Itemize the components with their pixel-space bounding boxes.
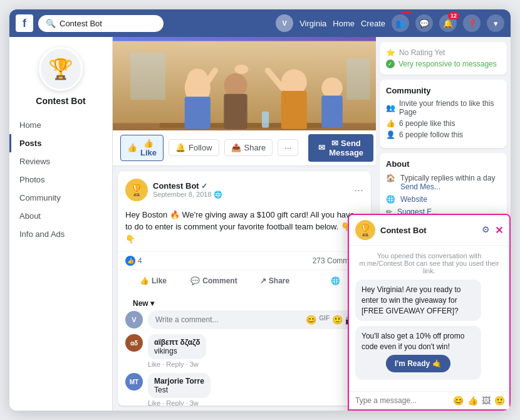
post-share-action[interactable]: ↗ Share	[244, 273, 305, 289]
search-icon: 🔍	[46, 19, 56, 28]
home-icon: 🏠	[386, 174, 395, 182]
share-icon: 📤	[231, 143, 241, 152]
comment-text: vikings	[154, 347, 200, 355]
comment-bubble: αϊβεπτ δζαζδ vikings	[148, 334, 206, 359]
user-avatar[interactable]: V	[276, 14, 293, 32]
send-msg-link[interactable]: Send Mes...	[400, 182, 440, 191]
comment-item: αδ αϊβεπτ δζαζδ vikings Like · Reply · 3…	[125, 334, 363, 368]
help-icon-button[interactable]: ❓	[463, 14, 481, 32]
about-website-item[interactable]: 🌐 Website	[386, 195, 501, 204]
chat-system-message: You opened this conversation with m.me/C…	[376, 252, 503, 275]
community-followers-item: 👤 6 people follow this	[386, 130, 501, 139]
post-text: Hey Boston 🔥 We're giving away a $100 gi…	[118, 206, 371, 252]
notifications-icon-button[interactable]: 🔔12	[439, 14, 457, 32]
more-actions-button[interactable]: ···	[278, 139, 298, 156]
sidebar-item-info-ads[interactable]: Info and Ads	[9, 225, 112, 243]
comment-action-icon: 💬	[190, 276, 200, 285]
sidebar-item-about[interactable]: About	[9, 207, 112, 225]
sidebar-item-photos[interactable]: Photos	[9, 171, 112, 189]
new-label[interactable]: New ▾	[125, 297, 363, 310]
friends-badge	[402, 12, 412, 13]
comment-item: MT Marjorie Torre Test Like · Reply · 3w	[125, 373, 363, 406]
verified-icon: ✓	[201, 182, 207, 191]
about-reply-item: 🏠 Typically replies within a daySend Mes…	[386, 174, 501, 191]
sticker-icon: 🙂	[332, 315, 343, 325]
comment-meta: Like · Reply · 3w	[148, 360, 206, 368]
message-icon: ✉	[318, 143, 325, 152]
post-comment-action[interactable]: 💬 Comment	[184, 273, 244, 289]
commenter-avatar: V	[125, 311, 143, 328]
post-date: September 8, 2018 🌐	[153, 191, 349, 199]
chat-header-icons: ⚙ ✕	[482, 224, 503, 236]
chat-send-icons: 😊 👍 🖼 🙂	[453, 396, 505, 406]
about-title: About	[386, 159, 501, 169]
chat-bot-bubble2: You'll also get a 10% off promo code eve…	[376, 326, 481, 380]
globe-website-icon: 🌐	[386, 195, 395, 204]
chat-sticker-icon[interactable]: 🙂	[494, 396, 505, 406]
post-more-button[interactable]: ···	[354, 184, 363, 196]
send-message-button[interactable]: ✉ ✉ Send Message	[308, 134, 373, 162]
svg-rect-4	[185, 97, 211, 129]
sidebar-item-posts[interactable]: Posts	[9, 134, 112, 152]
notifications-badge: 12	[448, 12, 459, 19]
like-button[interactable]: 👍 👍 Like	[120, 135, 164, 161]
friends-icon-button[interactable]: 👥	[392, 14, 409, 32]
sidebar-item-community[interactable]: Community	[9, 189, 112, 207]
person-icon: 👤	[386, 130, 395, 139]
page-name: Contest Bot	[36, 96, 85, 106]
community-card: Community 👥 Invite your friends to like …	[380, 80, 507, 148]
svg-point-10	[321, 78, 343, 99]
chat-widget: 🏆 Contest Bot ⚙ ✕ You opened this conver…	[376, 214, 511, 411]
comments-area: New ▾ V 😊 GIF 🙂 📷	[118, 291, 371, 406]
messenger-icon-button[interactable]: 💬	[415, 14, 433, 32]
sidebar-item-reviews[interactable]: Reviews	[9, 152, 112, 171]
follow-button[interactable]: 🔔 Follow	[169, 139, 219, 156]
nav-username[interactable]: Virginia	[299, 19, 326, 28]
facebook-navbar: f 🔍 V Virginia Home Create 👥 💬 🔔12 ❓ ▾	[9, 9, 511, 37]
post-card: 🏆 Contest Bot ✓ September 8, 2018 🌐	[118, 171, 371, 406]
search-input[interactable]	[60, 19, 135, 28]
share-button[interactable]: 📤 Share	[224, 139, 273, 156]
left-sidebar: 🏆 Contest Bot Home Posts Reviews Photos …	[9, 37, 113, 411]
reaction-like-icon: 👍	[125, 256, 135, 266]
comment-input[interactable]	[155, 315, 302, 324]
invite-icon: 👥	[386, 103, 395, 112]
search-box[interactable]: 🔍	[38, 15, 164, 32]
community-title: Community	[386, 86, 501, 95]
post-author-name: Contest Bot ✓	[153, 181, 349, 191]
like-action-icon: 👍	[140, 276, 149, 285]
chat-thumbs-icon[interactable]: 👍	[467, 396, 478, 406]
comment-text: Test	[154, 386, 204, 394]
thumbs-up-icon: 👍	[386, 119, 395, 128]
chat-message-input[interactable]	[376, 396, 449, 405]
svg-rect-17	[346, 59, 370, 100]
svg-point-14	[234, 65, 248, 74]
rating-card: ⭐ No Rating Yet ✓ Very responsive to mes…	[380, 42, 507, 75]
chat-cta-button[interactable]: I'm Ready 🤙	[386, 355, 450, 372]
community-invite-item[interactable]: 👥 Invite your friends to like this Page	[386, 99, 501, 117]
chat-emoji-icon[interactable]: 😊	[453, 396, 464, 406]
nav-home-link[interactable]: Home	[333, 19, 355, 28]
emoji-icon: 😊	[306, 315, 316, 325]
comment-author: Marjorie Torre	[154, 377, 204, 386]
account-menu-button[interactable]: ▾	[487, 14, 504, 32]
comment-input-row: V 😊 GIF 🙂 📷	[125, 310, 363, 329]
post-like-action[interactable]: 👍 Like	[123, 273, 184, 289]
like-icon: 👍	[127, 143, 137, 152]
chat-bot-bubble1: Hey Virginia! Are you ready to enter to …	[376, 280, 481, 321]
sidebar-item-home[interactable]: Home	[9, 116, 112, 134]
chat-image-icon[interactable]: 🖼	[482, 396, 491, 406]
comment-input-box[interactable]: 😊 GIF 🙂 📷	[148, 310, 363, 329]
share-action-icon: ↗	[260, 276, 266, 285]
post-actions: 👍 Like 💬 Comment ↗ Share 🌐	[118, 270, 371, 291]
chat-close-icon[interactable]: ✕	[495, 224, 503, 236]
chat-settings-icon[interactable]: ⚙	[482, 224, 490, 236]
nav-create-link[interactable]: Create	[361, 19, 385, 28]
globe-icon: 🌐	[214, 191, 222, 198]
sidebar-nav: Home Posts Reviews Photos Community Abou…	[9, 112, 112, 247]
chat-title: Contest Bot	[380, 226, 477, 235]
center-and-right: 👍 👍 Like 🔔 Follow 📤 Share ··· ✉	[113, 37, 511, 411]
post-reactions: 👍 4 273 Comments	[118, 251, 371, 270]
chat-body: You opened this conversation with m.me/C…	[376, 246, 509, 391]
svg-rect-15	[262, 112, 269, 128]
